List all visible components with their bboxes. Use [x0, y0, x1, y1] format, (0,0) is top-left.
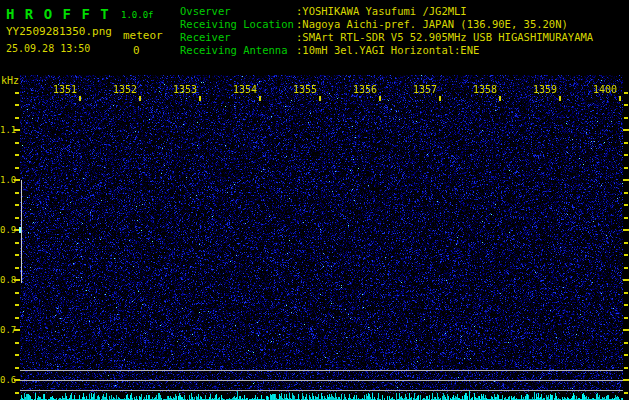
time-tick-label: 1351	[37, 84, 77, 95]
freq-major-tick-right	[623, 329, 629, 331]
freq-minor-tick	[15, 104, 19, 106]
time-tick-label: 1354	[217, 84, 257, 95]
freq-minor-tick-right	[624, 304, 628, 306]
time-tick	[79, 96, 81, 101]
freq-tick-label: 0.9	[0, 225, 13, 235]
freq-major-tick-right	[623, 279, 629, 281]
freq-minor-tick	[15, 292, 19, 294]
freq-minor-tick	[15, 342, 19, 344]
freq-tick-label: 1.0	[0, 175, 13, 185]
antenna-label: Receiving Antenna	[180, 44, 287, 56]
freq-major-tick-right	[623, 179, 629, 181]
freq-minor-tick	[15, 192, 19, 194]
location-value: :Nagoya Aichi-pref. JAPAN (136.90E, 35.2…	[296, 18, 568, 30]
time-tick	[499, 96, 501, 101]
freq-minor-tick	[15, 92, 19, 94]
time-tick	[619, 96, 621, 101]
time-tick	[559, 96, 561, 101]
observer-label: Ovserver	[180, 5, 231, 17]
freq-minor-tick-right	[624, 92, 628, 94]
freq-tick-label: 0.6	[0, 375, 13, 385]
signal-speck	[19, 227, 21, 233]
freq-minor-tick-right	[624, 254, 628, 256]
time-tick	[199, 96, 201, 101]
freq-minor-tick	[15, 354, 19, 356]
location-label: Receiving Location	[180, 18, 294, 30]
location-row: Receiving Location :Nagoya Aichi-pref. J…	[0, 18, 629, 30]
freq-minor-tick	[15, 267, 19, 269]
freq-minor-tick	[15, 304, 19, 306]
freq-minor-tick-right	[624, 217, 628, 219]
freq-major-tick	[14, 179, 20, 181]
freq-minor-tick-right	[624, 392, 628, 394]
freq-tick-label: 1.1	[0, 125, 13, 135]
freq-minor-tick-right	[624, 142, 628, 144]
freq-minor-tick-right	[624, 117, 628, 119]
time-tick	[259, 96, 261, 101]
khz-unit-label: kHz	[1, 75, 19, 86]
antenna-row: Receiving Antenna :10mH 3el.YAGI Horizon…	[0, 44, 629, 56]
freq-major-tick	[14, 379, 20, 381]
freq-major-tick-right	[623, 379, 629, 381]
freq-major-tick-right	[623, 229, 629, 231]
receiver-row: Receiver :SMArt RTL-SDR V5 52.905MHz USB…	[0, 31, 629, 43]
time-tick	[379, 96, 381, 101]
receiver-label: Receiver	[180, 31, 231, 43]
freq-minor-tick	[15, 117, 19, 119]
time-tick	[139, 96, 141, 101]
freq-minor-tick	[15, 154, 19, 156]
time-tick	[439, 96, 441, 101]
time-tick-label: 1359	[517, 84, 557, 95]
receiver-value: :SMArt RTL-SDR V5 52.905MHz USB HIGASHIM…	[296, 31, 593, 43]
freq-minor-tick	[15, 254, 19, 256]
freq-tick-label: 0.8	[0, 275, 13, 285]
freq-minor-tick-right	[624, 267, 628, 269]
time-tick-label: 1356	[337, 84, 377, 95]
freq-minor-tick-right	[624, 292, 628, 294]
freq-minor-tick-right	[624, 167, 628, 169]
time-tick-label: 1352	[97, 84, 137, 95]
time-tick-label: 1358	[457, 84, 497, 95]
freq-major-tick	[14, 279, 20, 281]
freq-minor-tick	[15, 242, 19, 244]
observer-value: :YOSHIKAWA Yasufumi /JG2MLI	[296, 5, 467, 17]
antenna-value: :10mH 3el.YAGI Horizontal:ENE	[296, 44, 479, 56]
freq-minor-tick	[15, 204, 19, 206]
observer-row: Ovserver :YOSHIKAWA Yasufumi /JG2MLI	[0, 5, 629, 17]
freq-minor-tick-right	[624, 104, 628, 106]
freq-minor-tick	[15, 392, 19, 394]
freq-minor-tick-right	[624, 342, 628, 344]
time-tick-label: 1355	[277, 84, 317, 95]
freq-minor-tick-right	[624, 242, 628, 244]
freq-major-tick-right	[623, 129, 629, 131]
freq-minor-tick	[15, 142, 19, 144]
freq-minor-tick-right	[624, 317, 628, 319]
time-tick-label: 1353	[157, 84, 197, 95]
freq-major-tick	[14, 129, 20, 131]
freq-minor-tick-right	[624, 204, 628, 206]
time-tick-label: 1357	[397, 84, 437, 95]
freq-tick-label: 0.7	[0, 325, 13, 335]
spectrogram-canvas	[20, 75, 623, 400]
freq-minor-tick-right	[624, 354, 628, 356]
time-tick	[319, 96, 321, 101]
freq-minor-tick-right	[624, 367, 628, 369]
freq-minor-tick	[15, 317, 19, 319]
freq-minor-tick-right	[624, 154, 628, 156]
freq-minor-tick	[15, 167, 19, 169]
freq-minor-tick	[15, 367, 19, 369]
freq-major-tick	[14, 329, 20, 331]
freq-minor-tick	[15, 217, 19, 219]
freq-minor-tick-right	[624, 192, 628, 194]
hrofft-window: H R O F F T 1.0.0f YY2509281350.png mete…	[0, 0, 629, 400]
time-tick-label: 1400	[577, 84, 617, 95]
